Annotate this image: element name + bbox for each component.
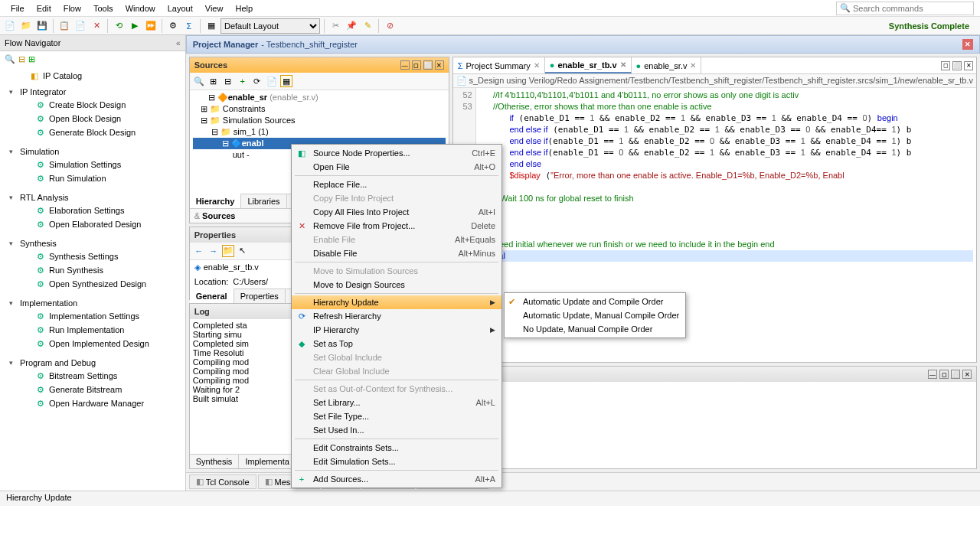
flownav-item-run-implementation[interactable]: ⚙Run Implementation (9, 323, 185, 337)
undo-icon[interactable]: ⟲ (112, 19, 126, 33)
flownav-collapse-icon[interactable]: ⊟ (18, 54, 25, 64)
copy-icon[interactable]: 📋 (57, 19, 71, 33)
editor-tab-enable_sr-v[interactable]: ●enable_sr.v✕ (632, 57, 702, 73)
paste-icon[interactable]: 📄 (74, 19, 87, 33)
editor-tab-project-summary[interactable]: ΣProject Summary✕ (453, 57, 545, 73)
close-tab-icon[interactable]: ✕ (534, 61, 540, 70)
ctx-edit-simulation-sets-[interactable]: Edit Simulation Sets... (292, 455, 501, 468)
prop-back-icon[interactable]: ← (193, 245, 205, 257)
editor-tab-enable_sr_tb-v[interactable]: ●enable_sr_tb.v✕ (545, 57, 632, 73)
flownav-item-open-implemented-design[interactable]: ⚙Open Implemented Design (9, 337, 185, 350)
submenu-automatic-update-and-compile-order[interactable]: ✔Automatic Update and Compile Order (505, 295, 685, 308)
highlight-icon[interactable]: ✎ (361, 19, 374, 33)
layout-icon[interactable]: ▦ (204, 19, 218, 33)
ctx-move-to-design-sources[interactable]: Move to Design Sources (292, 278, 501, 292)
ctx-set-file-type-[interactable]: Set File Type... (292, 409, 501, 423)
console-body[interactable] (453, 382, 976, 468)
minimize-icon[interactable]: — (400, 60, 410, 70)
menu-help[interactable]: Help (229, 2, 259, 15)
ctx-disable-file[interactable]: Disable FileAlt+Minus (292, 246, 501, 260)
flownav-item-elaboration-settings[interactable]: ⚙Elaboration Settings (9, 204, 185, 217)
flownav-item-generate-block-design[interactable]: ⚙Generate Block Design (9, 126, 185, 139)
src-refresh-icon[interactable]: ⟳ (251, 75, 263, 87)
log-tab-synthesis[interactable]: Synthesis (190, 455, 240, 468)
save-icon[interactable]: 💾 (35, 19, 49, 33)
pin-icon[interactable]: 📌 (345, 19, 358, 33)
search-input[interactable] (853, 4, 970, 13)
src-add-icon[interactable]: + (237, 75, 249, 87)
flownav-item-bitstream-settings[interactable]: ⚙Bitstream Settings (9, 369, 185, 383)
restore-icon[interactable]: ◻ (412, 60, 421, 70)
menu-view[interactable]: View (199, 2, 230, 15)
error-icon[interactable]: ⊘ (383, 19, 397, 33)
flownav-search-icon[interactable]: 🔍 (5, 54, 15, 64)
flownav-item-synthesis-settings[interactable]: ⚙Synthesis Settings (9, 249, 185, 263)
ctx-hierarchy-update[interactable]: Hierarchy Update▶ (292, 295, 501, 309)
properties-tab-general[interactable]: General (190, 289, 234, 303)
flownav-expand-icon[interactable]: ⊞ (28, 54, 35, 64)
flownav-group-ip-integrator[interactable]: ▾IP Integrator (9, 86, 185, 98)
ctx-remove-file-from-project-[interactable]: ✕Remove File from Project...Delete (292, 219, 501, 233)
menu-layout[interactable]: Layout (162, 2, 199, 15)
run-icon[interactable]: ▶ (128, 19, 142, 33)
menu-window[interactable]: Window (119, 2, 162, 15)
src-doc-icon[interactable]: 📄 (266, 75, 278, 87)
console-close-icon[interactable]: ✕ (962, 370, 972, 379)
run-all-icon[interactable]: ⏩ (144, 19, 158, 33)
ctx-edit-constraints-sets-[interactable]: Edit Constraints Sets... (292, 441, 501, 455)
ctx-replace-file-[interactable]: Replace File... (292, 178, 501, 191)
menu-edit[interactable]: Edit (31, 2, 57, 15)
flownav-item-open-block-design[interactable]: ⚙Open Block Design (9, 112, 185, 126)
ctx-set-used-in-[interactable]: Set Used In... (292, 423, 501, 437)
ctx-copy-all-files-into-project[interactable]: Copy All Files Into ProjectAlt+I (292, 205, 501, 219)
flownav-group-simulation[interactable]: ▾Simulation (9, 145, 185, 158)
close-pm-icon[interactable]: ✕ (962, 39, 973, 50)
editor-close-icon[interactable]: ✕ (964, 61, 973, 70)
open-icon[interactable]: 📁 (19, 19, 33, 33)
ctx-set-as-top[interactable]: ◆Set as Top (292, 337, 501, 350)
ctx-ip-hierarchy[interactable]: IP Hierarchy▶ (292, 323, 501, 337)
flownav-item-open-hardware-manager[interactable]: ⚙Open Hardware Manager (9, 396, 185, 410)
ctx-open-file[interactable]: Open FileAlt+O (292, 160, 501, 174)
search-commands[interactable]: 🔍 (836, 2, 974, 15)
editor-restore-icon[interactable]: ◻ (941, 61, 950, 70)
hierarchy-update-submenu[interactable]: ✔Automatic Update and Compile OrderAutom… (504, 292, 686, 338)
properties-tab-properties[interactable]: Properties (234, 289, 286, 303)
context-menu[interactable]: ◧Source Node Properties...Ctrl+EOpen Fil… (291, 144, 502, 488)
console-restore-icon[interactable]: ◻ (939, 370, 949, 379)
menu-file[interactable]: File (5, 2, 31, 15)
sources-tab-libraries[interactable]: Libraries (241, 194, 286, 208)
prop-open-icon[interactable]: 📁 (222, 245, 234, 257)
delete-icon[interactable]: ✕ (90, 19, 103, 33)
flownav-item-create-block-design[interactable]: ⚙Create Block Design (9, 98, 185, 112)
submenu-no-update-manual-compile-order[interactable]: No Update, Manual Compile Order (505, 322, 685, 336)
cut-icon[interactable]: ✂ (328, 19, 342, 33)
flownav-item-open-elaborated-design[interactable]: ⚙Open Elaborated Design (9, 217, 185, 231)
src-search-icon[interactable]: 🔍 (193, 75, 205, 87)
flownav-item-implementation-settings[interactable]: ⚙Implementation Settings (9, 309, 185, 323)
flownav-group-rtl-analysis[interactable]: ▾RTL Analysis (9, 191, 185, 204)
new-icon[interactable]: 📄 (3, 19, 17, 33)
ctx-source-node-properties-[interactable]: ◧Source Node Properties...Ctrl+E (292, 146, 501, 160)
flownav-group-synthesis[interactable]: ▾Synthesis (9, 237, 185, 249)
src-settings-icon[interactable]: ▦ (280, 75, 292, 87)
close-icon[interactable]: ✕ (435, 60, 444, 70)
wizard-icon[interactable]: ⚙ (166, 19, 180, 33)
ctx-add-sources-[interactable]: +Add Sources...Alt+A (292, 472, 501, 486)
menu-flow[interactable]: Flow (57, 2, 87, 15)
editor-maximize-icon[interactable]: ⬜ (952, 61, 962, 70)
flownav-group-implementation[interactable]: ▾Implementation (9, 297, 185, 309)
flownav-item-run-synthesis[interactable]: ⚙Run Synthesis (9, 263, 185, 277)
sources-mini-tab[interactable]: Sources (202, 211, 235, 220)
submenu-automatic-update-manual-compile-order[interactable]: Automatic Update, Manual Compile Order (505, 308, 685, 322)
flownav-item-run-simulation[interactable]: ⚙Run Simulation (9, 171, 185, 185)
sigma-icon[interactable]: Σ (182, 19, 196, 33)
flownav-item-open-synthesized-design[interactable]: ⚙Open Synthesized Design (9, 277, 185, 291)
flownav-group-program-and-debug[interactable]: ▾Program and Debug (9, 357, 185, 369)
src-collapse-icon[interactable]: ⊟ (222, 75, 234, 87)
console-minimize-icon[interactable]: — (928, 370, 937, 379)
layout-select[interactable]: Default Layout (220, 18, 320, 34)
src-expand-icon[interactable]: ⊞ (207, 75, 220, 87)
sources-tab-hierarchy[interactable]: Hierarchy (190, 194, 242, 208)
collapse-icon[interactable]: « (176, 39, 181, 47)
